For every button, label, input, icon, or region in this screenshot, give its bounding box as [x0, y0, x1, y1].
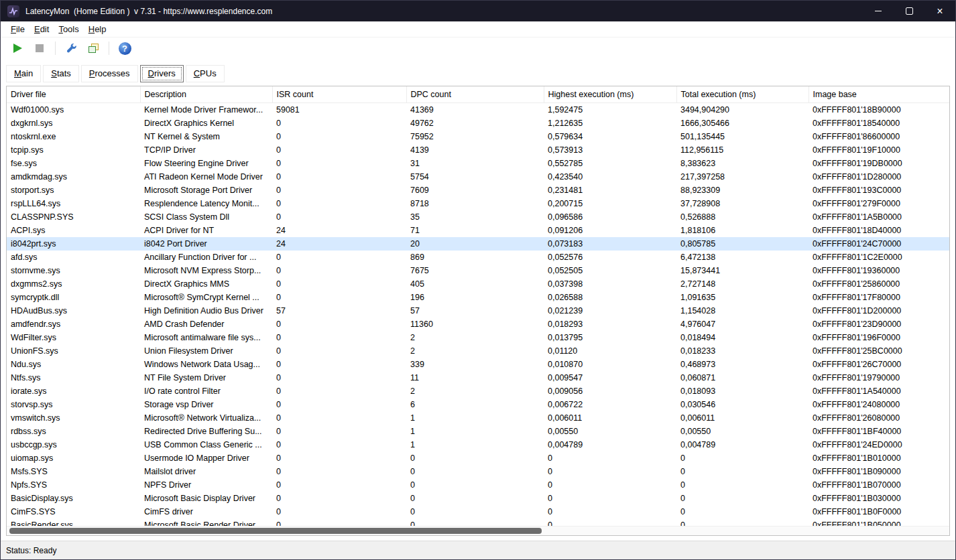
tab-main[interactable]: Main [6, 65, 41, 82]
cell-total-execution: 3494,904290 [676, 103, 809, 117]
table-row[interactable]: HDAudBus.sys High Definition Audio Bus D… [7, 304, 949, 318]
cell-total-execution: 0,018093 [676, 384, 809, 398]
table-row[interactable]: ACPI.sys ACPI Driver for NT 24 71 0,0912… [7, 224, 949, 237]
cell-driver-file: CLASSPNP.SYS [7, 210, 140, 224]
cell-highest-execution: 0,006722 [544, 398, 676, 411]
column-header[interactable]: Image base [809, 86, 949, 103]
cell-image-base: 0xFFFFF801'24080000 [809, 398, 949, 411]
cell-highest-execution: 0,052576 [544, 251, 676, 264]
help-button[interactable]: ? [116, 40, 133, 56]
column-header-label: Description [145, 90, 187, 99]
table-row[interactable]: Msfs.SYS Mailslot driver 0 0 0 0 0xFFFFF… [7, 465, 949, 478]
table-row[interactable]: Wdf01000.sys Kernel Mode Driver Framewor… [7, 103, 949, 117]
cell-highest-execution: 0 [544, 492, 676, 505]
table-row[interactable]: afd.sys Ancillary Function Driver for ..… [7, 251, 949, 264]
cell-highest-execution: 0 [544, 505, 676, 518]
cell-driver-file: fse.sys [7, 157, 140, 170]
menu-item-help[interactable]: Help [84, 23, 111, 36]
cell-image-base: 0xFFFFF801'1B030000 [809, 492, 949, 505]
cell-isr-count: 0 [272, 143, 406, 157]
tab-drivers[interactable]: Drivers [140, 65, 184, 82]
table-row[interactable]: usbccgp.sys USB Common Class Generic ...… [7, 438, 949, 451]
column-header[interactable]: Description [140, 86, 272, 103]
cell-image-base: 0xFFFFF801'1BF40000 [809, 425, 949, 438]
cell-highest-execution: 1,592475 [544, 103, 676, 117]
cell-highest-execution: 0,018293 [544, 318, 676, 331]
column-header[interactable]: Total execution (ms) [676, 86, 809, 103]
cell-dpc-count: 8718 [406, 197, 544, 210]
cell-dpc-count: 4139 [406, 143, 544, 157]
horizontal-scrollbar-thumb[interactable] [9, 528, 542, 534]
table-row[interactable]: iorate.sys I/O rate control Filter 0 2 0… [7, 384, 949, 398]
cell-dpc-count: 49762 [406, 117, 544, 130]
table-row[interactable]: ntoskrnl.exe NT Kernel & System 0 75952 … [7, 130, 949, 143]
start-button[interactable] [9, 40, 26, 56]
cell-isr-count: 0 [272, 465, 406, 478]
tab-stats[interactable]: Stats [43, 65, 79, 82]
table-row[interactable]: storport.sys Microsoft Storage Port Driv… [7, 184, 949, 197]
column-header-label: Highest execution (ms) [548, 90, 634, 99]
cell-driver-file: uiomap.sys [7, 451, 140, 465]
cell-description: NT Kernel & System [140, 130, 272, 143]
table-row[interactable]: rdbss.sys Redirected Drive Buffering Su.… [7, 425, 949, 438]
tab-cpus[interactable]: CPUs [186, 65, 225, 82]
table-row[interactable]: dxgmms2.sys DirectX Graphics MMS 0 405 0… [7, 277, 949, 291]
column-header-label: Driver file [11, 90, 46, 99]
tools-button[interactable] [62, 40, 80, 56]
table-row[interactable]: tcpip.sys TCP/IP Driver 0 4139 0,573913 … [7, 143, 949, 157]
tab-processes[interactable]: Processes [81, 65, 138, 82]
close-button[interactable]: × [924, 1, 955, 21]
cell-dpc-count: 1 [406, 411, 544, 425]
cell-driver-file: ACPI.sys [7, 224, 140, 237]
table-row[interactable]: stornvme.sys Microsoft NVM Express Storp… [7, 264, 949, 277]
table-row[interactable]: CLASSPNP.SYS SCSI Class System Dll 0 35 … [7, 210, 949, 224]
minimize-icon [875, 11, 882, 11]
table-row[interactable]: amdfendr.sys AMD Crash Defender 0 11360 … [7, 318, 949, 331]
table-row[interactable]: Npfs.SYS NPFS Driver 0 0 0 0 0xFFFFF801'… [7, 478, 949, 492]
table-row[interactable]: Ndu.sys Windows Network Data Usag... 0 3… [7, 358, 949, 371]
table-row[interactable]: symcryptk.dll Microsoft® SymCrypt Kernel… [7, 291, 949, 304]
table-row[interactable]: dxgkrnl.sys DirectX Graphics Kernel 0 49… [7, 117, 949, 130]
cell-total-execution: 0,006011 [676, 411, 809, 425]
cell-driver-file: BasicRender.sys [7, 518, 140, 526]
menu-item-tools[interactable]: Tools [54, 23, 83, 36]
cell-description: ATI Radeon Kernel Mode Driver [140, 170, 272, 184]
cell-total-execution: 0,468973 [676, 358, 809, 371]
cell-total-execution: 217,397258 [676, 170, 809, 184]
table-row[interactable]: amdkmdag.sys ATI Radeon Kernel Mode Driv… [7, 170, 949, 184]
cell-isr-count: 0 [272, 157, 406, 170]
column-header[interactable]: ISR count [272, 86, 406, 103]
table-row[interactable]: vmswitch.sys Microsoft® Network Virtuali… [7, 411, 949, 425]
table-row[interactable]: BasicRender.sys Microsoft Basic Render D… [7, 518, 949, 526]
cell-dpc-count: 71 [406, 224, 544, 237]
stop-button[interactable] [31, 40, 48, 56]
windows-button[interactable] [84, 40, 102, 56]
cell-driver-file: rspLLL64.sys [7, 197, 140, 210]
table-row[interactable]: i8042prt.sys i8042 Port Driver 24 20 0,0… [7, 237, 949, 251]
statusbar: Status: Ready [1, 541, 955, 559]
table-row[interactable]: storvsp.sys Storage vsp Driver 0 6 0,006… [7, 398, 949, 411]
table-row[interactable]: BasicDisplay.sys Microsoft Basic Display… [7, 492, 949, 505]
cell-total-execution: 37,728908 [676, 197, 809, 210]
table-row[interactable]: fse.sys Flow Steering Engine Driver 0 31… [7, 157, 949, 170]
table-row[interactable]: rspLLL64.sys Resplendence Latency Monit.… [7, 197, 949, 210]
table-row[interactable]: uiomap.sys Usermode IO Mapper Driver 0 0… [7, 451, 949, 465]
table-row[interactable]: CimFS.SYS CimFS driver 0 0 0 0 0xFFFFF80… [7, 505, 949, 518]
cell-driver-file: ntoskrnl.exe [7, 130, 140, 143]
column-header[interactable]: DPC count [406, 86, 544, 103]
maximize-button[interactable] [894, 1, 924, 21]
titlebar[interactable]: LatencyMon (Home Edition ) v 7.31 - http… [1, 1, 955, 21]
minimize-button[interactable] [863, 1, 894, 21]
app-icon[interactable] [7, 5, 19, 17]
menu-item-file[interactable]: File [6, 23, 29, 36]
table-row[interactable]: UnionFS.sys Union Filesystem Driver 0 2 … [7, 344, 949, 358]
menu-item-edit[interactable]: Edit [29, 23, 54, 36]
column-header[interactable]: Driver file [7, 86, 140, 103]
cell-image-base: 0xFFFFF801'17F80000 [809, 291, 949, 304]
column-header[interactable]: Highest execution (ms) [544, 86, 676, 103]
cell-dpc-count: 0 [406, 478, 544, 492]
table-row[interactable]: WdFilter.sys Microsoft antimalware file … [7, 331, 949, 344]
horizontal-scrollbar[interactable] [7, 526, 949, 535]
cell-image-base: 0xFFFFF801'193C0000 [809, 184, 949, 197]
table-row[interactable]: Ntfs.sys NT File System Driver 0 11 0,00… [7, 371, 949, 384]
